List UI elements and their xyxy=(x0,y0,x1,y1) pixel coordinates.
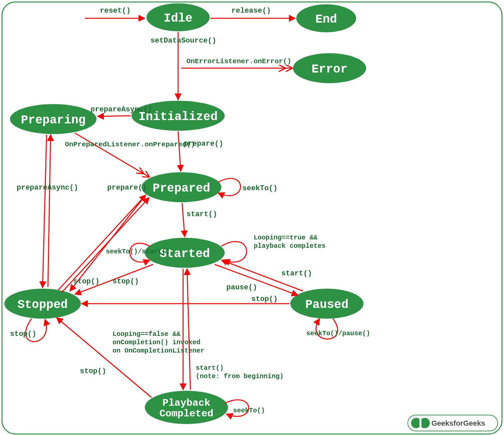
state-paused: Paused xyxy=(290,289,364,319)
label-seekto-start-started: seekTo()/start() xyxy=(106,248,170,255)
label-looping-true-l2: playback completes xyxy=(254,242,326,250)
label-prepare-stopped: prepare() xyxy=(107,184,147,192)
label-reset: reset() xyxy=(100,7,130,15)
svg-text:Prepared: Prepared xyxy=(153,182,210,195)
label-stop-paused: stop() xyxy=(251,295,278,303)
label-start-paused: start() xyxy=(281,269,312,278)
edge-preparing-stopped xyxy=(43,135,47,288)
svg-text:Idle: Idle xyxy=(164,12,192,25)
edge-prepared-self xyxy=(218,178,241,196)
label-start-pc-l2: (note: from beginning) xyxy=(196,372,284,380)
label-start-prepared: start() xyxy=(186,210,217,218)
edge-stopped-prepared-1 xyxy=(58,195,146,290)
label-onerror: OnErrorListener.onError() xyxy=(186,58,291,65)
state-error: Error xyxy=(293,53,366,83)
label-looping-false-l2: onCompletion() invoked xyxy=(113,339,200,346)
edge-init-preparing xyxy=(98,116,131,116)
label-seekto-prepared: seekTo() xyxy=(242,184,278,193)
attribution-badge: GeeksforGeeks xyxy=(408,415,498,431)
svg-text:Stopped: Stopped xyxy=(17,298,68,312)
label-release: release() xyxy=(231,7,271,15)
label-start-pc-l1: start() xyxy=(196,364,224,372)
diagram-border xyxy=(2,2,502,434)
label-pause-started: pause() xyxy=(226,283,257,292)
svg-text:Error: Error xyxy=(312,63,348,76)
svg-text:Completed: Completed xyxy=(159,408,213,419)
label-seekto-pc: seekTo() xyxy=(233,407,265,414)
edge-pc-stopped xyxy=(57,318,151,397)
label-prepareasync-stopped: prepareAsync() xyxy=(17,184,78,192)
edge-stopped-preparing xyxy=(48,135,51,287)
label-looping-false-l3: on OnCompletionListener xyxy=(113,347,204,355)
attribution-text: GeeksforGeeks xyxy=(431,419,485,427)
svg-text:End: End xyxy=(316,13,337,26)
state-prepared: Prepared xyxy=(141,172,221,202)
label-setdatasource: setDataSource() xyxy=(150,37,216,45)
state-end: End xyxy=(296,4,356,32)
svg-text:Paused: Paused xyxy=(305,298,349,312)
label-stop-started: stop() xyxy=(113,277,139,286)
edge-pc-started xyxy=(187,269,190,390)
edge-init-prepared xyxy=(178,131,181,171)
label-stop-prepared: stop() xyxy=(73,277,100,286)
label-looping-false-l1: Looping==false && xyxy=(113,330,180,338)
label-prepareasync-init: prepareAsync() xyxy=(91,105,152,114)
edge-prepared-stopped xyxy=(70,196,145,291)
edge-started-self-right xyxy=(221,241,247,262)
svg-text:Preparing: Preparing xyxy=(21,113,86,127)
state-idle: Idle xyxy=(146,3,210,31)
edge-prepared-started xyxy=(182,203,185,237)
label-stop-pc: stop() xyxy=(80,367,106,375)
label-looping-true-l1: Looping==true && xyxy=(254,234,318,241)
svg-text:Playback: Playback xyxy=(162,397,210,409)
state-stopped: Stopped xyxy=(4,289,81,319)
state-playback-completed: Playback Completed xyxy=(145,391,228,424)
label-stop-stopped: stop() xyxy=(10,330,36,338)
label-seekto-pause-paused: seekTo()/pause() xyxy=(306,330,370,337)
edge-preparing-prepared xyxy=(75,133,149,177)
label-onprepared: OnPreparedListener.onPrepared() xyxy=(65,141,195,148)
state-preparing: Preparing xyxy=(10,104,97,134)
